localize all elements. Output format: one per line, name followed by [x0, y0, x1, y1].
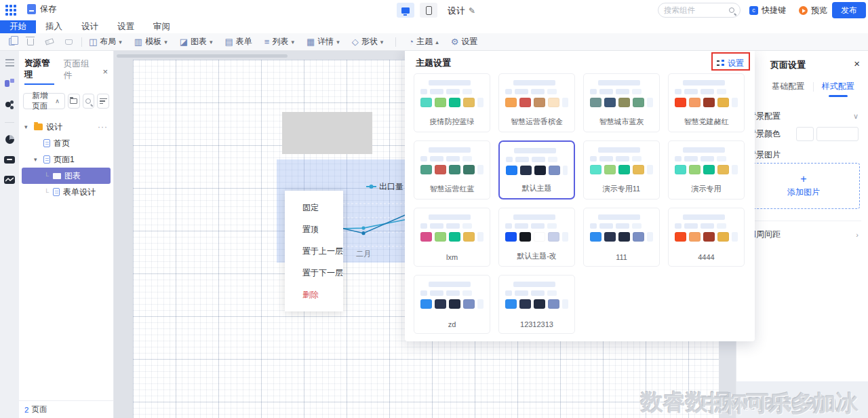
eraser-button[interactable]: [43, 36, 56, 48]
tool-template[interactable]: ▥模板▾: [134, 36, 167, 48]
theme-card-智慧城市蓝灰[interactable]: 智慧城市蓝灰: [583, 73, 660, 132]
chevron-down-icon[interactable]: ∨: [853, 112, 859, 121]
ribbon-tab-开始[interactable]: 开始: [0, 20, 36, 33]
theme-card-zd[interactable]: zd: [414, 275, 490, 334]
sidebar-close-icon[interactable]: ×: [102, 66, 108, 77]
color-chip: [548, 299, 559, 309]
chevron-right-icon[interactable]: ›: [856, 231, 859, 239]
tool-detail[interactable]: ▦详情▾: [307, 36, 340, 48]
collapse-button[interactable]: [97, 94, 109, 109]
theme-card-演示专用[interactable]: 演示专用: [668, 140, 745, 200]
caret-down-icon: ▾: [291, 39, 294, 45]
horizontal-scrollbar[interactable]: [117, 54, 288, 58]
tree-item-设计[interactable]: ▾设计···: [22, 119, 111, 135]
dots-icon[interactable]: [5, 100, 14, 110]
theme-card-lxm[interactable]: lxm: [414, 208, 490, 267]
tab-resource-manage[interactable]: 资源管理: [24, 58, 54, 85]
doc-icon: [43, 155, 50, 164]
color-chip: [633, 98, 644, 107]
copy-button[interactable]: [5, 36, 18, 48]
ribbon-tab-插入[interactable]: 插入: [36, 20, 72, 33]
tool-label: 模板: [145, 36, 161, 48]
theme-card-疫情防控蓝绿[interactable]: 疫情防控蓝绿: [414, 73, 490, 132]
mobile-view-button[interactable]: [420, 3, 437, 18]
bg-color-swatch[interactable]: [796, 127, 814, 141]
add-page-button[interactable]: 新增页面 ∧: [23, 93, 65, 109]
delete-button[interactable]: [24, 36, 37, 48]
pie-chart-icon[interactable]: [5, 135, 14, 144]
tree-item-表单设计[interactable]: └表单设计: [22, 184, 111, 200]
tab-basic-config[interactable]: 基础配置: [764, 81, 813, 97]
ribbon-tab-设置[interactable]: 设置: [108, 20, 144, 33]
tool-label: 图表: [191, 36, 207, 48]
search-placeholder: 搜索组件: [664, 5, 729, 16]
ribbon-tab-审阅[interactable]: 审阅: [144, 20, 180, 33]
search-icon: [729, 7, 734, 13]
color-chip: [633, 165, 644, 174]
search-input[interactable]: 搜索组件: [658, 3, 741, 18]
theme-card-智慧运营香槟金[interactable]: 智慧运营香槟金: [498, 73, 575, 132]
menu-item-置顶[interactable]: 置顶: [285, 218, 343, 240]
tool-list[interactable]: ≡列表▾: [264, 36, 294, 48]
tab-page-components[interactable]: 页面组件: [64, 58, 94, 84]
color-chip: [675, 98, 686, 107]
form-icon: ▤: [224, 37, 233, 47]
monitor-icon: [401, 7, 410, 14]
theme-name: 4444: [669, 253, 744, 261]
line-chart-icon[interactable]: [4, 176, 15, 184]
menu-item-置于上一层[interactable]: 置于上一层: [285, 240, 343, 262]
tool-shape[interactable]: ◇形状▾: [352, 36, 384, 48]
clear-button[interactable]: [62, 36, 75, 48]
theme-card-12312313[interactable]: 12312313: [498, 275, 575, 334]
tree-search-button[interactable]: [83, 94, 95, 109]
trash-icon: [27, 39, 34, 45]
tool-form[interactable]: ▤表单: [224, 36, 252, 48]
more-icon[interactable]: ···: [98, 122, 108, 132]
placeholder-block[interactable]: [282, 112, 372, 154]
theme-card-演示专用11[interactable]: 演示专用11: [583, 140, 660, 200]
bg-color-input[interactable]: [816, 127, 859, 141]
theme-thumbnail: [414, 141, 490, 174]
theme-card-智慧党建赭红[interactable]: 智慧党建赭红: [668, 73, 745, 132]
preview-button[interactable]: 预览: [799, 5, 827, 16]
theme-card-默认主题-改[interactable]: 默认主题-改: [498, 208, 575, 267]
theme-card-智慧运营红蓝[interactable]: 智慧运营红蓝: [414, 140, 490, 200]
color-chip: [449, 165, 460, 174]
tool-gear[interactable]: ⚙设置: [451, 36, 478, 48]
tool-chart[interactable]: ◪图表▾: [180, 36, 213, 48]
menu-item-删除[interactable]: 删除: [285, 284, 343, 305]
theme-card-111[interactable]: 111: [583, 208, 660, 267]
tool-theme[interactable]: ◔主题▴: [408, 36, 438, 48]
ribbon-tab-设计[interactable]: 设计: [72, 20, 108, 33]
publish-button[interactable]: 发布: [832, 2, 866, 18]
tab-style-config[interactable]: 样式配置: [814, 81, 863, 97]
tree-item-图表[interactable]: └图表: [22, 168, 111, 184]
menu-item-置于下一层[interactable]: 置于下一层: [285, 262, 343, 284]
desktop-view-button[interactable]: [397, 3, 414, 18]
folder-button[interactable]: [68, 94, 80, 109]
app-grid-icon[interactable]: [5, 5, 16, 16]
color-chip: [435, 165, 446, 174]
menu-icon[interactable]: [5, 59, 14, 66]
tool-label: 形状: [361, 36, 378, 48]
close-icon[interactable]: ×: [854, 58, 860, 69]
theme-name: 疫情防控蓝绿: [414, 117, 490, 127]
shortcut-button[interactable]: c 快捷键: [749, 5, 786, 16]
components-icon[interactable]: [5, 79, 14, 88]
color-chip: [703, 98, 715, 107]
theme-icon: ◔: [408, 37, 414, 47]
color-chip: [689, 165, 701, 174]
tree-item-页面1[interactable]: ▾页面1: [22, 151, 111, 168]
add-image-dropzone[interactable]: + 添加图片: [747, 163, 860, 209]
theme-card-4444[interactable]: 4444: [668, 208, 745, 267]
save-button[interactable]: 保存: [27, 3, 56, 15]
menu-item-固定[interactable]: 固定: [285, 197, 343, 218]
tree-item-首页[interactable]: 首页: [22, 135, 111, 151]
eraser-icon: [45, 38, 54, 45]
tool-layout[interactable]: ◫布局▾: [89, 36, 122, 48]
color-chip: [420, 98, 432, 107]
theme-card-默认主题[interactable]: 默认主题: [498, 140, 575, 200]
card-icon[interactable]: [4, 156, 15, 164]
edit-pencil-icon[interactable]: ✎: [469, 6, 475, 16]
color-chip: [534, 166, 546, 175]
